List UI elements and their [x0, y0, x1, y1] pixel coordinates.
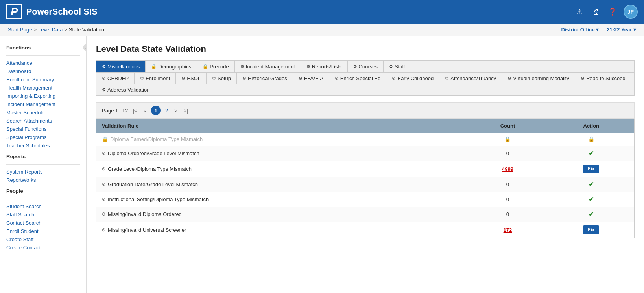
- tab-read-to-succeed[interactable]: ⚙ Read to Succeed: [575, 73, 631, 84]
- sidebar-item-special-functions[interactable]: Special Functions: [0, 125, 86, 133]
- print-icon[interactable]: 🖨: [590, 6, 602, 17]
- alert-icon[interactable]: ⚠: [574, 6, 585, 17]
- tab-miscellaneous-label: Miscellaneous: [107, 64, 140, 70]
- page-1-btn[interactable]: 1: [151, 106, 161, 115]
- gear-icon-esol: ⚙: [181, 76, 185, 81]
- tab-demographics[interactable]: 🔒 Demographics: [146, 61, 197, 72]
- breadcrumb-current: State Validation: [69, 27, 104, 33]
- page-last-btn[interactable]: >|: [182, 107, 190, 114]
- page-first-btn[interactable]: |<: [131, 107, 139, 114]
- sidebar-item-attendance[interactable]: Attendance: [0, 59, 86, 67]
- page-2-btn[interactable]: 2: [164, 107, 170, 114]
- tab-demographics-label: Demographics: [158, 64, 191, 70]
- sidebar-item-contact-search[interactable]: Contact Search: [0, 219, 86, 227]
- sidebar-item-system-reports[interactable]: System Reports: [0, 168, 86, 176]
- tab-historical-grades[interactable]: ⚙ Historical Grades: [237, 73, 293, 84]
- count-value: 0: [506, 196, 509, 202]
- tab-esol-label: ESOL: [187, 75, 201, 81]
- tab-reports-lists[interactable]: ⚙ Reports/Lists: [301, 61, 348, 72]
- sidebar-item-dashboard[interactable]: Dashboard: [0, 67, 86, 75]
- tab-early-childhood[interactable]: ⚙ Early Childhood: [386, 73, 439, 84]
- tab-cerdep[interactable]: ⚙ CERDEP: [96, 73, 135, 84]
- sidebar-item-reportworks[interactable]: ReportWorks: [0, 176, 86, 184]
- gear-icon-virtual: ⚙: [507, 76, 511, 81]
- count-cell: 0: [467, 207, 548, 222]
- row-gear-icon: ⚙: [102, 212, 106, 217]
- count-value-red[interactable]: 4999: [502, 166, 513, 172]
- rule-name-cell: ⚙ Missing/Invalid Universal Screener: [96, 222, 467, 238]
- sidebar-item-student-search[interactable]: Student Search: [0, 202, 86, 211]
- tab-incident-label: Incident Management: [246, 64, 295, 70]
- page-layout: ◀ Functions Attendance Dashboard Enrollm…: [0, 36, 644, 293]
- tab-virtual-learning[interactable]: ⚙ Virtual/Learning Modality: [502, 73, 575, 84]
- col-count: Count: [467, 119, 548, 133]
- fix-button[interactable]: Fix: [583, 165, 599, 173]
- fix-button[interactable]: Fix: [583, 225, 599, 234]
- sidebar-item-incident-management[interactable]: Incident Management: [0, 100, 86, 108]
- user-avatar[interactable]: JF: [624, 5, 638, 19]
- count-value: 0: [506, 211, 509, 217]
- count-cell: 🔒: [467, 133, 548, 146]
- sidebar-item-create-contact[interactable]: Create Contact: [0, 244, 86, 252]
- sidebar-item-create-staff[interactable]: Create Staff: [0, 235, 86, 244]
- tab-efa-eia[interactable]: ⚙ EFA/EIA: [293, 73, 329, 84]
- breadcrumb-start-page[interactable]: Start Page: [8, 27, 32, 33]
- sidebar-item-staff-search[interactable]: Staff Search: [0, 211, 86, 219]
- page-prev-btn[interactable]: <: [142, 107, 148, 114]
- tab-staff[interactable]: ⚙ Staff: [384, 61, 411, 72]
- sidebar-item-enrollment-summary[interactable]: Enrollment Summary: [0, 75, 86, 84]
- pagination-bar: Page 1 of 2 |< < 1 2 > >|: [96, 102, 635, 119]
- sidebar-item-search-attachments[interactable]: Search Attachments: [0, 117, 86, 125]
- gear-icon-reports: ⚙: [306, 64, 310, 69]
- check-icon: ✔: [589, 211, 594, 218]
- breadcrumb: Start Page > Level Data > State Validati…: [8, 27, 104, 33]
- sidebar-item-special-programs[interactable]: Special Programs: [0, 133, 86, 141]
- tab-esol[interactable]: ⚙ ESOL: [176, 73, 207, 84]
- breadcrumb-sep-1: >: [33, 27, 37, 33]
- tab-courses[interactable]: ⚙ Courses: [348, 61, 384, 72]
- sidebar-item-teacher-schedules[interactable]: Teacher Schedules: [0, 141, 86, 150]
- tabs-row-2: ⚙ CERDEP ⚙ Enrollment ⚙ ESOL ⚙ Setup ⚙: [96, 73, 635, 96]
- col-validation-rule: Validation Rule: [96, 119, 467, 133]
- validation-table: Validation Rule Count Action 🔒 Diploma E…: [96, 119, 635, 238]
- page-next-btn[interactable]: >: [173, 107, 179, 114]
- tab-setup-label: Setup: [218, 75, 231, 81]
- tab-incident-management[interactable]: ⚙ Incident Management: [235, 61, 301, 72]
- gear-icon-misc: ⚙: [102, 64, 106, 69]
- tab-attendance-truancy[interactable]: ⚙ Attendance/Truancy: [439, 73, 502, 84]
- table-header: Validation Rule Count Action: [96, 119, 634, 133]
- tab-enrich-special-ed[interactable]: ⚙ Enrich Special Ed: [329, 73, 387, 84]
- rule-label: Graduation Date/Grade Level Mismatch: [108, 181, 198, 187]
- gear-icon-efa: ⚙: [299, 76, 303, 81]
- check-icon: ✔: [589, 181, 594, 188]
- sidebar-item-enroll-student[interactable]: Enroll Student: [0, 227, 86, 235]
- gear-icon-cerdep: ⚙: [102, 76, 106, 81]
- tab-address-validation[interactable]: ⚙ Address Validation: [96, 84, 155, 95]
- year-selector[interactable]: 21-22 Year: [607, 27, 636, 33]
- app-title: PowerSchool SIS: [26, 7, 98, 17]
- sidebar-item-health-management[interactable]: Health Management: [0, 84, 86, 92]
- tab-miscellaneous[interactable]: ⚙ Miscellaneous: [96, 61, 146, 72]
- district-selector[interactable]: District Office: [561, 27, 599, 33]
- functions-divider: [6, 55, 80, 56]
- count-cell: 4999: [467, 161, 548, 177]
- count-value-red[interactable]: 172: [504, 227, 512, 233]
- gear-icon-enrollment: ⚙: [140, 76, 144, 81]
- breadcrumb-level-data[interactable]: Level Data: [38, 27, 63, 33]
- table-row: ⚙ Diploma Ordered/Grade Level Mismatch 0…: [96, 146, 634, 161]
- tab-setup[interactable]: ⚙ Setup: [207, 73, 237, 84]
- count-cell: 0: [467, 146, 548, 161]
- tab-precode[interactable]: 🔒 Precode: [197, 61, 234, 72]
- tabs-row-1: ⚙ Miscellaneous 🔒 Demographics 🔒 Precode…: [96, 60, 635, 73]
- count-cell: 172: [467, 222, 548, 238]
- rule-label: Missing/Invalid Diploma Ordered: [108, 211, 182, 217]
- sidebar-item-importing-exporting[interactable]: Importing & Exporting: [0, 92, 86, 100]
- help-icon[interactable]: ❓: [607, 6, 618, 17]
- sidebar-item-master-schedule[interactable]: Master Schedule: [0, 108, 86, 117]
- count-value: 0: [506, 181, 509, 187]
- gear-icon-early: ⚙: [392, 76, 396, 81]
- tab-enrollment[interactable]: ⚙ Enrollment: [135, 73, 176, 84]
- row-gear-icon: ⚙: [102, 197, 106, 202]
- tab-historical-label: Historical Grades: [248, 75, 287, 81]
- reports-section-title: Reports: [0, 150, 86, 161]
